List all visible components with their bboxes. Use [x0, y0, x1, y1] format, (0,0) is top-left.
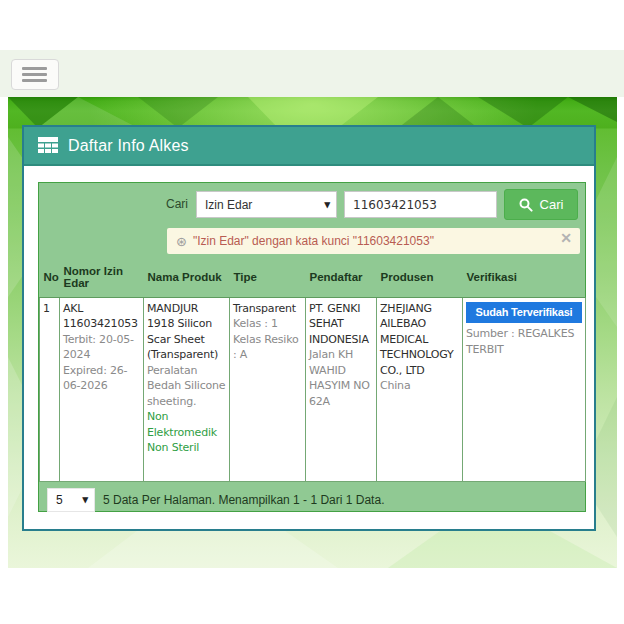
- kelas-value: Kelas : 1: [233, 316, 302, 332]
- status-badge[interactable]: Sudah Terverifikasi: [466, 302, 582, 324]
- col-header-verifikasi: Verifikasi: [463, 258, 586, 297]
- cell-nomor-izin-edar: AKL 11603421053 Terbit: 20-05-2024 Expir…: [60, 297, 144, 481]
- page-title: Daftar Info Alkes: [68, 137, 189, 155]
- hamburger-icon: [22, 67, 47, 70]
- per-page-select-wrap: 5 ▾: [47, 488, 95, 512]
- circled-asterisk-icon: ⊛: [176, 235, 187, 248]
- table-grid-icon: [38, 137, 58, 154]
- per-page-select[interactable]: 5: [47, 488, 95, 512]
- cell-produsen: ZHEJIANG AILEBAO MEDICAL TECHNOLOGY CO.,…: [377, 297, 463, 481]
- col-header-nama-produk: Nama Produk: [144, 258, 230, 297]
- col-header-nomor-izin-edar: Nomor Izin Edar: [60, 258, 144, 297]
- col-header-tipe: Tipe: [230, 258, 306, 297]
- col-header-no: No: [40, 258, 60, 297]
- card-header: Daftar Info Alkes: [24, 127, 594, 166]
- tipe-value: Transparent: [233, 301, 302, 317]
- top-navbar: [0, 50, 624, 97]
- produsen-country: China: [380, 378, 459, 394]
- pagination-summary: 5 Data Per Halaman. Menampilkan 1 - 1 Da…: [103, 488, 384, 512]
- cell-pendaftar: PT. GENKI SEHAT INDONESIA Jalan KH WAHID…: [306, 297, 377, 481]
- product-category: Peralatan Bedah Silicone sheeting.: [147, 363, 226, 410]
- col-header-pendaftar: Pendaftar: [306, 258, 377, 297]
- hamburger-icon: [22, 79, 47, 82]
- produsen-name: ZHEJIANG AILEBAO MEDICAL TECHNOLOGY CO.,…: [380, 301, 459, 379]
- results-table: No Nomor Izin Edar Nama Produk Tipe Pend…: [39, 258, 586, 482]
- page: Daftar Info Alkes Cari Izin Edar ▾ Cari: [0, 0, 624, 624]
- cell-no: 1: [40, 297, 60, 481]
- search-results-panel: Cari Izin Edar ▾ Cari ⊛: [38, 182, 586, 512]
- filter-select[interactable]: Izin Edar: [196, 191, 337, 218]
- search-icon: [519, 198, 533, 212]
- filter-select-wrap: Izin Edar ▾: [196, 191, 337, 218]
- col-header-produsen: Produsen: [377, 258, 463, 297]
- cell-tipe: Transparent Kelas : 1 Kelas Resiko : A: [230, 297, 306, 481]
- cell-verifikasi: Sudah Terverifikasi Sumber : REGALKES TE…: [463, 297, 586, 481]
- search-criteria-alert: ⊛ "Izin Edar" dengan kata kunci "1160342…: [167, 228, 580, 254]
- daftar-info-alkes-card: Daftar Info Alkes Cari Izin Edar ▾ Cari: [22, 125, 596, 531]
- hamburger-menu-button[interactable]: [11, 59, 59, 90]
- search-input[interactable]: [344, 191, 497, 218]
- pendaftar-address: Jalan KH WAHID HASYIM NO 62A: [309, 347, 373, 409]
- product-tag-elektromedik: Non Elektromedik: [147, 409, 226, 440]
- close-icon[interactable]: ✕: [560, 229, 572, 249]
- alert-message: "Izin Edar" dengan kata kunci "116034210…: [193, 234, 434, 248]
- pendaftar-name: PT. GENKI SEHAT INDONESIA: [309, 301, 373, 348]
- alert-content: ⊛ "Izin Edar" dengan kata kunci "1160342…: [176, 228, 434, 254]
- expired-date: Expired: 26-06-2026: [63, 363, 140, 394]
- verification-source: Sumber : REGALKES TERBIT: [466, 326, 582, 357]
- table-header-row: No Nomor Izin Edar Nama Produk Tipe Pend…: [40, 258, 586, 297]
- product-tag-steril: Non Steril: [147, 440, 226, 456]
- kelas-resiko-value: Kelas Resiko : A: [233, 332, 302, 363]
- hamburger-icon: [22, 73, 47, 76]
- izin-edar-number: AKL 11603421053: [63, 301, 140, 332]
- product-name: MANDJUR 1918 Silicon Scar Sheet (Transpa…: [147, 301, 226, 363]
- cell-nama-produk: MANDJUR 1918 Silicon Scar Sheet (Transpa…: [144, 297, 230, 481]
- row-number: 1: [43, 301, 56, 317]
- table-row: 1 AKL 11603421053 Terbit: 20-05-2024 Exp…: [40, 297, 586, 481]
- search-button[interactable]: Cari: [504, 189, 578, 220]
- terbit-date: Terbit: 20-05-2024: [63, 332, 140, 363]
- search-button-label: Cari: [540, 197, 564, 212]
- search-label: Cari: [166, 197, 188, 211]
